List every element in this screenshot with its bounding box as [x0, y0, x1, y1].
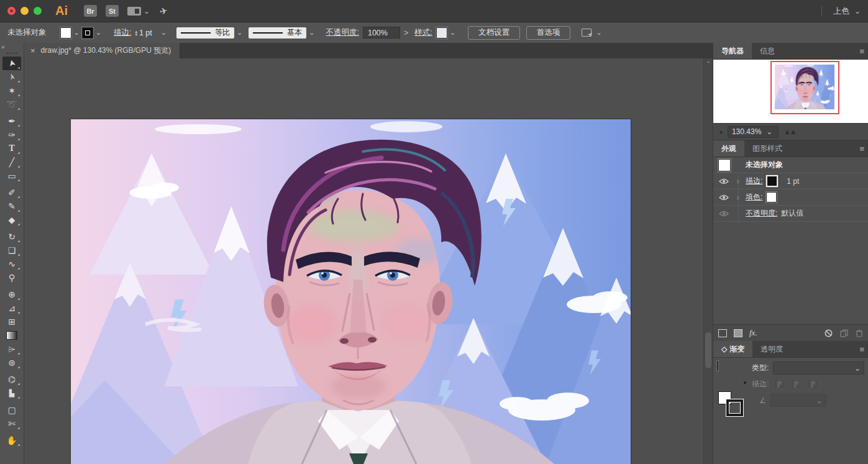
stroke-along-icon[interactable]: ▛ [790, 379, 802, 389]
stroke-panel-link[interactable]: 描边: [114, 27, 131, 38]
stroke-proxy[interactable] [726, 399, 743, 416]
tool-mesh[interactable]: ⊞ [2, 315, 21, 329]
close-tab-icon[interactable]: × [30, 46, 35, 55]
vertical-scrollbar[interactable]: ⌃ [703, 58, 713, 464]
stroke-link[interactable]: 描边: [746, 176, 762, 186]
appearance-fill-row[interactable]: › 填色: [713, 189, 868, 206]
artwork-image[interactable] [71, 119, 631, 464]
tool-magic-wand[interactable]: ✶ [2, 84, 21, 98]
tool-rectangle[interactable]: ▭ [2, 169, 21, 183]
tab-transparency[interactable]: 透明度 [752, 341, 791, 357]
tool-shape-builder[interactable]: ⊕ [2, 288, 21, 301]
fill-color-swatch[interactable] [60, 27, 71, 39]
close-window-button[interactable] [7, 7, 16, 15]
tool-rotate[interactable]: ↻ [2, 230, 21, 243]
fill-stroke-indicator[interactable] [718, 391, 743, 414]
tool-scale[interactable]: ❏ [2, 243, 21, 257]
add-effect-icon[interactable]: fx. [749, 328, 757, 338]
minimize-window-button[interactable] [21, 7, 29, 15]
zoom-in-icon[interactable]: ▲▲ [783, 127, 796, 136]
visibility-eye-icon[interactable] [717, 194, 731, 201]
stroke-within-icon[interactable]: ▛ [773, 379, 785, 389]
tool-symbol-sprayer[interactable]: ⌬ [2, 373, 21, 386]
scrollbar-thumb[interactable] [705, 332, 711, 368]
visibility-eye-icon[interactable] [717, 211, 731, 217]
tab-appearance[interactable]: 外观 [713, 140, 744, 157]
opacity-panel-link[interactable]: 不透明度: [326, 27, 359, 38]
scroll-up-icon[interactable]: ⌃ [704, 60, 713, 67]
stroke-weight-value[interactable]: 1 pt [139, 29, 152, 37]
stroke-swatch[interactable] [766, 175, 778, 187]
panel-menu-icon[interactable]: ≡ [859, 43, 864, 59]
visibility-eye-icon[interactable] [717, 178, 731, 184]
chevron-down-icon[interactable]: ⌄ [854, 7, 861, 15]
toolbar-grip[interactable] [6, 52, 17, 54]
tool-hand[interactable]: ✋ [2, 434, 21, 447]
chevron-down-icon[interactable]: ⌄ [596, 29, 601, 37]
stroke-weight-stepper[interactable]: ▴ ▾ [135, 30, 137, 36]
appearance-stroke-row[interactable]: › 描边: 1 pt [713, 173, 868, 189]
tool-curvature[interactable]: ✑ [2, 128, 21, 142]
tab-graphic-styles[interactable]: 图形样式 [744, 140, 790, 157]
tool-selection[interactable]: ➤ [2, 57, 21, 70]
tool-type[interactable]: T [2, 142, 21, 155]
width-profile-dropdown[interactable]: 等比 [176, 27, 234, 39]
tool-lasso[interactable]: ➰ [2, 98, 21, 111]
panel-menu-icon[interactable]: ≡ [859, 140, 864, 157]
tool-width[interactable]: ∿ [2, 257, 21, 271]
tool-direct-selection[interactable]: ➢ [2, 70, 21, 84]
chevron-down-icon[interactable]: ⌄ [237, 29, 242, 37]
tool-artboard[interactable]: ▢ [2, 403, 21, 417]
chevron-down-icon[interactable]: ⌄ [766, 128, 772, 135]
add-new-stroke-icon[interactable] [718, 329, 727, 337]
navigator-view-box[interactable] [770, 61, 839, 114]
chevron-down-icon[interactable]: ⌄ [450, 29, 455, 37]
add-new-fill-icon[interactable] [734, 329, 742, 337]
tool-shaper[interactable]: ✎ [2, 199, 21, 213]
opacity-options-arrow[interactable]: > [404, 29, 408, 37]
style-panel-link[interactable]: 样式: [414, 27, 432, 38]
tool-puppet-warp[interactable]: ⚲ [2, 271, 21, 284]
chevron-down-icon[interactable]: ⌄ [96, 29, 101, 37]
clear-appearance-icon[interactable] [825, 329, 833, 337]
zoom-level-dropdown[interactable]: 130.43% ⌄ [728, 126, 779, 138]
document-setup-button[interactable]: 文档设置 [468, 26, 520, 40]
tab-gradient[interactable]: ◇ 渐变 [713, 341, 752, 357]
stock-button[interactable]: St [106, 5, 119, 17]
chevron-down-icon[interactable]: ⌄ [144, 7, 150, 15]
duplicate-item-icon[interactable] [840, 329, 848, 337]
fill-link[interactable]: 填色: [746, 192, 762, 202]
tool-pen[interactable]: ✒ [2, 114, 21, 128]
zoom-out-icon[interactable]: ▲ [718, 129, 723, 135]
preferences-button[interactable]: 首选项 [526, 26, 571, 40]
tool-paintbrush[interactable]: ✐ [2, 186, 21, 199]
opacity-link[interactable]: 不透明度: [746, 208, 777, 219]
stepper-down-icon[interactable]: ▾ [135, 33, 137, 36]
tool-gradient[interactable] [2, 329, 21, 342]
tool-slice[interactable]: ✄ [2, 417, 21, 430]
canvas[interactable]: ⌃ [24, 58, 713, 464]
tool-eyedropper[interactable]: ⌲ [2, 342, 21, 356]
tool-eraser[interactable]: ◆ [2, 213, 21, 227]
stroke-across-icon[interactable]: ▛ [806, 379, 819, 389]
tool-perspective-grid[interactable]: ⊿ [2, 301, 21, 315]
navigator-preview[interactable] [713, 60, 868, 123]
tab-info[interactable]: 信息 [752, 43, 783, 59]
arrange-documents-icon[interactable] [127, 7, 141, 16]
workspace-switcher[interactable]: 上色 [833, 6, 849, 17]
gradient-preview-swatch[interactable] [717, 361, 718, 371]
chevron-down-icon[interactable]: ⌄ [309, 29, 314, 37]
appearance-opacity-row[interactable]: 不透明度: 默认值 [713, 206, 868, 222]
share-icon[interactable]: ✈ [158, 4, 168, 17]
stroke-weight[interactable]: 1 pt [787, 177, 799, 186]
document-tab[interactable]: × draw.jpg* @ 130.43% (RGB/GPU 预览) [24, 43, 180, 58]
tool-line-segment[interactable]: ╱ [2, 155, 21, 169]
gradient-presets-arrow[interactable]: ▼ [742, 380, 747, 386]
fill-swatch[interactable] [766, 192, 777, 202]
delete-item-icon[interactable] [856, 329, 863, 337]
gradient-type-dropdown[interactable]: ⌄ [773, 362, 864, 375]
bridge-button[interactable]: Br [84, 5, 97, 17]
zoom-window-button[interactable] [34, 7, 42, 15]
selection-options-icon[interactable] [582, 29, 592, 37]
panel-menu-icon[interactable]: ≡ [859, 341, 864, 357]
